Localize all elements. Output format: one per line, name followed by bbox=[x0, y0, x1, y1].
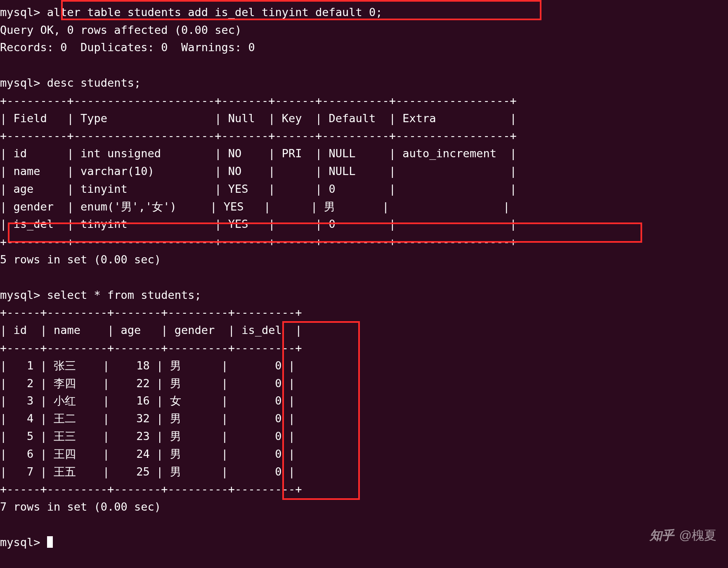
watermark-author: @槐夏 bbox=[679, 527, 716, 544]
zhihu-logo-icon: 知乎 bbox=[650, 527, 674, 544]
terminal-output[interactable]: mysql> alter table students add is_del t… bbox=[0, 0, 728, 551]
terminal-cursor bbox=[47, 536, 53, 548]
watermark: 知乎 @槐夏 bbox=[650, 527, 716, 544]
